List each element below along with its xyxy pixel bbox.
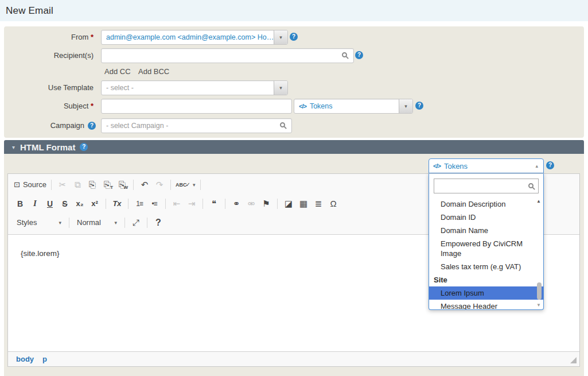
- underline-button[interactable]: U: [42, 197, 57, 211]
- special-character-button[interactable]: Ω: [326, 197, 341, 211]
- token-item[interactable]: Domain Description: [429, 197, 543, 211]
- token-item[interactable]: Empowered By CiviCRM Image: [429, 237, 543, 260]
- spellcheck-button[interactable]: ABC ✓ ▾: [174, 178, 196, 192]
- use-template-dropdown-button[interactable]: ▾: [274, 81, 287, 95]
- redo-button[interactable]: ↷: [152, 178, 167, 192]
- subject-input[interactable]: [101, 99, 292, 114]
- remove-format-icon: Tx: [112, 199, 121, 208]
- toolbar-separator: [203, 199, 203, 209]
- campaign-label: Campaign: [4, 118, 84, 133]
- campaign-search-icon[interactable]: [280, 122, 285, 127]
- add-bcc-link[interactable]: Add BCC: [138, 67, 169, 76]
- superscript-button[interactable]: x²: [87, 197, 102, 211]
- campaign-help-icon[interactable]: ?: [88, 122, 96, 130]
- tokens-scrollbar[interactable]: ▲ ▼: [535, 197, 543, 308]
- search-icon[interactable]: [342, 52, 347, 57]
- subject-tokens-label: Tokens: [310, 102, 333, 110]
- required-marker: *: [91, 102, 94, 110]
- numbered-list-button[interactable]: 1≡: [132, 197, 147, 211]
- table-button[interactable]: ▦: [296, 197, 311, 211]
- omega-icon: Ω: [330, 199, 336, 208]
- collapse-arrow-icon: ▾: [12, 144, 15, 150]
- recipients-help-icon[interactable]: ?: [355, 51, 363, 59]
- path-body[interactable]: body: [16, 355, 34, 363]
- token-item-selected[interactable]: Lorem Ipsum: [429, 286, 543, 300]
- subject-help-icon[interactable]: ?: [415, 102, 423, 110]
- subscript-button[interactable]: x₂: [72, 197, 87, 211]
- anchor-button[interactable]: ⚑: [259, 197, 274, 211]
- paste-text-button[interactable]: ⎘T: [100, 178, 115, 192]
- required-marker: *: [91, 33, 94, 41]
- subject-tokens-select[interactable]: </>Tokens ▾: [294, 99, 413, 114]
- paste-button[interactable]: ⎘: [85, 178, 100, 192]
- paste-text-letter: T: [110, 185, 113, 190]
- remove-format-button[interactable]: Tx: [110, 197, 124, 211]
- paragraph-format-combo[interactable]: Normal ▾: [73, 216, 121, 230]
- about-button[interactable]: ?: [151, 216, 166, 230]
- scroll-down-icon[interactable]: ▼: [535, 303, 543, 308]
- tokens-popup: </> Tokens ▴ Domain Description Domain I…: [429, 158, 544, 310]
- scroll-up-icon[interactable]: ▲: [535, 199, 543, 204]
- maximize-icon: ⤢: [133, 218, 139, 228]
- use-template-select[interactable]: - select - ▾: [101, 80, 288, 95]
- bold-button[interactable]: B: [13, 197, 28, 211]
- from-label-text: From: [71, 33, 88, 41]
- html-format-help-icon[interactable]: ?: [80, 143, 88, 151]
- paste-word-button[interactable]: ⎘W: [115, 178, 130, 192]
- copy-button[interactable]: ⧉: [70, 178, 85, 192]
- cut-button[interactable]: ✂: [55, 178, 70, 192]
- recipients-row: Recipient(s) ?: [4, 48, 584, 63]
- bullet-list-icon: •≡: [151, 200, 157, 208]
- body-tokens-help-icon[interactable]: ?: [546, 161, 554, 169]
- token-item[interactable]: Domain ID: [429, 211, 543, 224]
- link-icon: ⚭: [233, 199, 240, 209]
- editor-content-text: {site.lorem}: [21, 249, 60, 258]
- cc-bcc-row: Add CC Add BCC: [4, 67, 584, 77]
- subject-row: Subject * </>Tokens ▾ ?: [4, 99, 584, 114]
- blockquote-button[interactable]: ❝: [207, 197, 221, 211]
- italic-icon: I: [33, 199, 37, 208]
- strikethrough-button[interactable]: S: [57, 197, 72, 211]
- from-select[interactable]: admin@example.com <admin@example.com> Ho…: [101, 30, 288, 45]
- chevron-down-icon: ▾: [114, 220, 117, 226]
- token-item[interactable]: Message Header: [429, 300, 543, 309]
- outdent-icon: ⇤: [173, 199, 181, 209]
- token-item[interactable]: Domain Name: [429, 224, 543, 237]
- from-help-icon[interactable]: ?: [290, 33, 298, 41]
- indent-button[interactable]: ⇥: [184, 197, 199, 211]
- tokens-dropdown: Domain Description Domain ID Domain Name…: [429, 173, 544, 310]
- subject-tokens-value: </>Tokens: [294, 99, 399, 113]
- campaign-select[interactable]: - select Campaign -: [101, 118, 292, 133]
- unlink-button[interactable]: ⚮: [244, 197, 259, 211]
- horizontal-rule-button[interactable]: ≣: [311, 197, 326, 211]
- campaign-placeholder: - select Campaign -: [102, 119, 291, 133]
- chevron-down-icon: ▾: [193, 182, 196, 188]
- link-button[interactable]: ⚭: [229, 197, 244, 211]
- bullet-list-button[interactable]: •≡: [147, 197, 162, 211]
- source-button[interactable]: ⊡ Source: [13, 178, 48, 192]
- recipients-label: Recipient(s): [4, 48, 94, 63]
- undo-button[interactable]: ↶: [137, 178, 152, 192]
- token-group-header: Site: [429, 273, 543, 286]
- path-p[interactable]: p: [42, 355, 47, 363]
- recipients-input[interactable]: [101, 48, 354, 63]
- tokens-search-input[interactable]: [434, 179, 539, 193]
- outdent-button[interactable]: ⇤: [169, 197, 184, 211]
- token-item[interactable]: Sales tax term (e.g VAT): [429, 260, 543, 273]
- page-header: New Email: [0, 0, 588, 21]
- html-format-header[interactable]: ▾ HTML Format ?: [4, 140, 584, 154]
- maximize-button[interactable]: ⤢: [128, 216, 143, 230]
- italic-button[interactable]: I: [28, 197, 42, 211]
- source-button-label: Source: [23, 180, 46, 189]
- scrollbar-thumb[interactable]: [537, 282, 542, 300]
- tokens-popup-trigger[interactable]: </> Tokens ▴: [429, 158, 544, 173]
- add-cc-link[interactable]: Add CC: [104, 67, 131, 76]
- tokens-popup-label: Tokens: [444, 162, 468, 170]
- styles-combo[interactable]: Styles ▾: [13, 216, 65, 230]
- resize-handle[interactable]: [570, 357, 577, 363]
- subject-tokens-dropdown-button[interactable]: ▾: [399, 99, 412, 113]
- blockquote-icon: ❝: [212, 199, 216, 209]
- use-template-placeholder: - select -: [102, 81, 274, 95]
- from-select-dropdown-button[interactable]: ▾: [274, 30, 287, 44]
- image-button[interactable]: ◪: [281, 197, 296, 211]
